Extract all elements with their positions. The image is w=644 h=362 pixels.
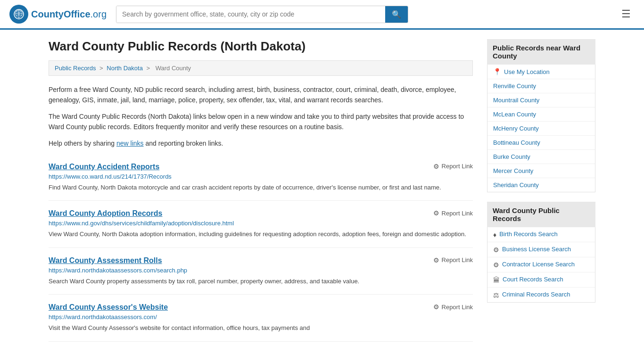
sidebar-item-mercer[interactable]: Mercer County [487,164,595,178]
contractor-license-link[interactable]: Contractor License Search [502,261,575,268]
sidebar-nearby-section: Public Records near Ward County 📍 Use My… [487,39,595,192]
sidebar-record-business[interactable]: ⚙ Business License Search [487,242,595,257]
logo-text: CountyOffice.org [31,9,107,20]
sidebar-nearby-list: 📍 Use My Location Renville County Mountr… [487,65,595,192]
report-label-3: Report Link [442,304,473,311]
hamburger-icon: ☰ [621,8,631,20]
search-icon: 🔍 [392,10,401,18]
report-icon-0: ⚙ [433,163,439,170]
intro-paragraph-2: The Ward County Public Records (North Da… [49,111,473,132]
breadcrumb-sep1: > [99,65,105,72]
burke-county-link[interactable]: Burke County [493,153,530,160]
sidebar-ward-records-section: Ward County Public Records ♦ Birth Recor… [487,202,595,303]
search-button[interactable]: 🔍 [385,6,408,23]
record-url-0[interactable]: https://www.co.ward.nd.us/214/1737/Recor… [49,173,473,180]
record-header-2: Ward County Assessment Rolls ⚙ Report Li… [49,256,473,265]
new-links-link[interactable]: new links [116,140,144,147]
sidebar-item-renville[interactable]: Renville County [487,79,595,93]
record-entry-3: Ward County Assessor's Website ⚙ Report … [49,295,473,342]
record-title-1[interactable]: Ward County Adoption Records [49,209,162,218]
intro3-text: Help others by sharing [49,140,116,147]
intro-paragraph-3: Help others by sharing new links and rep… [49,138,473,148]
site-header: CountyOffice.org 🔍 ☰ [0,0,644,30]
report-link-btn-1[interactable]: ⚙ Report Link [433,209,473,217]
search-input[interactable] [116,6,385,23]
record-desc-1: View Ward County, North Dakota adoption … [49,230,473,239]
sheridan-county-link[interactable]: Sheridan County [493,181,539,189]
court-records-icon: 🏛 [493,276,500,284]
records-list: Ward County Accident Reports ⚙ Report Li… [49,154,473,342]
record-url-3[interactable]: https://ward.northdakotaassessors.com/ [49,313,473,321]
sidebar-ward-records-list: ♦ Birth Records Search ⚙ Business Licens… [487,227,595,303]
sidebar-record-criminal[interactable]: ⚖ Criminal Records Search [487,288,595,302]
sidebar-record-birth[interactable]: ♦ Birth Records Search [487,227,595,242]
report-link-btn-0[interactable]: ⚙ Report Link [433,163,473,170]
report-icon-2: ⚙ [433,256,439,264]
record-title-3[interactable]: Ward County Assessor's Website [49,303,168,312]
business-license-link[interactable]: Business License Search [502,246,571,253]
record-title-2[interactable]: Ward County Assessment Rolls [49,256,162,265]
report-label-1: Report Link [442,210,473,217]
court-records-link[interactable]: Court Records Search [503,276,563,283]
use-location-link[interactable]: Use My Location [504,68,550,75]
sidebar-item-burke[interactable]: Burke County [487,150,595,164]
business-license-icon: ⚙ [493,246,499,254]
record-header-1: Ward County Adoption Records ⚙ Report Li… [49,209,473,218]
main-content: Ward County Public Records (North Dakota… [49,39,473,342]
search-bar: 🔍 [116,6,408,23]
sidebar-item-bottineau[interactable]: Bottineau County [487,136,595,150]
sidebar-record-court[interactable]: 🏛 Court Records Search [487,272,595,288]
record-entry-2: Ward County Assessment Rolls ⚙ Report Li… [49,248,473,295]
birth-records-icon: ♦ [493,231,496,239]
criminal-records-icon: ⚖ [493,291,499,299]
record-title-0[interactable]: Ward County Accident Reports [49,163,159,171]
mchenry-county-link[interactable]: McHenry County [493,125,539,132]
page-title: Ward County Public Records (North Dakota… [49,39,473,54]
sidebar-item-mountrail[interactable]: Mountrail County [487,93,595,107]
sidebar-item-mclean[interactable]: McLean County [487,107,595,122]
menu-button[interactable]: ☰ [618,6,635,22]
contractor-license-icon: ⚙ [493,261,499,269]
sidebar-record-contractor[interactable]: ⚙ Contractor License Search [487,257,595,272]
criminal-records-link[interactable]: Criminal Records Search [502,291,570,298]
report-link-btn-2[interactable]: ⚙ Report Link [433,256,473,264]
report-icon-1: ⚙ [433,209,439,217]
record-desc-2: Search Ward County property assessments … [49,277,473,286]
sidebar-use-location[interactable]: 📍 Use My Location [487,65,595,79]
record-url-1[interactable]: https://www.nd.gov/dhs/services/childfam… [49,220,473,227]
report-link-btn-3[interactable]: ⚙ Report Link [433,303,473,311]
intro-paragraph-1: Perform a free Ward County, ND public re… [49,84,473,106]
record-header-0: Ward County Accident Reports ⚙ Report Li… [49,163,473,171]
sidebar: Public Records near Ward County 📍 Use My… [487,39,595,342]
breadcrumb-public-records[interactable]: Public Records [55,65,96,72]
breadcrumb-north-dakota[interactable]: North Dakota [107,65,143,72]
record-entry-0: Ward County Accident Reports ⚙ Report Li… [49,154,473,201]
breadcrumb-ward-county: Ward County [156,65,191,72]
mountrail-county-link[interactable]: Mountrail County [493,97,539,104]
report-label-0: Report Link [442,163,473,170]
record-desc-3: Visit the Ward County Assessor's website… [49,323,473,333]
report-label-2: Report Link [442,256,473,263]
location-pin-icon: 📍 [493,68,501,75]
report-icon-3: ⚙ [433,303,439,311]
sidebar-item-mchenry[interactable]: McHenry County [487,122,595,136]
logo-icon [9,5,28,24]
record-desc-0: Find Ward County, North Dakota motorcycl… [49,183,473,192]
breadcrumb-sep2: > [147,65,152,72]
logo-org: .org [91,9,107,19]
bottineau-county-link[interactable]: Bottineau County [493,139,540,146]
sidebar-nearby-heading: Public Records near Ward County [487,39,595,65]
intro3b-text: and reporting broken links. [144,140,223,147]
record-entry-1: Ward County Adoption Records ⚙ Report Li… [49,201,473,248]
logo-name: CountyOffice [31,9,91,19]
record-header-3: Ward County Assessor's Website ⚙ Report … [49,303,473,312]
sidebar-item-sheridan[interactable]: Sheridan County [487,178,595,192]
mercer-county-link[interactable]: Mercer County [493,167,533,174]
record-url-2[interactable]: https://ward.northdakotaassessors.com/se… [49,267,473,274]
logo[interactable]: CountyOffice.org [9,5,107,24]
mclean-county-link[interactable]: McLean County [493,111,536,118]
renville-county-link[interactable]: Renville County [493,82,536,90]
birth-records-link[interactable]: Birth Records Search [499,230,558,238]
page-container: Ward County Public Records (North Dakota… [39,30,605,361]
sidebar-ward-records-heading: Ward County Public Records [487,202,595,227]
